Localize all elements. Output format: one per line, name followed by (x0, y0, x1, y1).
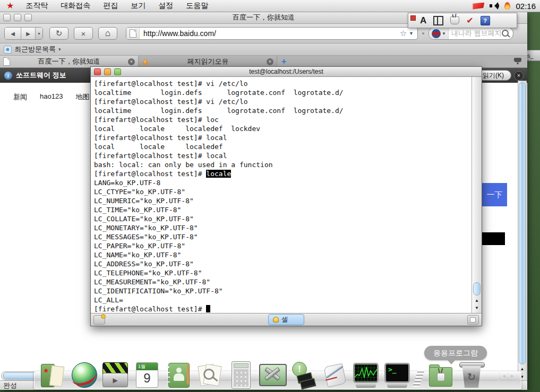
stop-button[interactable]: × (74, 27, 93, 40)
dock-item-system-monitor-icon[interactable] (352, 360, 380, 389)
tab-page-icon (3, 57, 10, 66)
dock-tooltip: 응용프로그람 (424, 346, 487, 360)
terminal-tab-label: 셀 (281, 315, 288, 324)
scroll-down-icon[interactable]: ▼ (472, 304, 482, 312)
tab-close-icon[interactable]: × (267, 58, 273, 65)
dock-item-file-manager-icon[interactable]: ★ (38, 360, 67, 389)
font-tool-icon[interactable]: A (420, 15, 426, 26)
dock-item-web-browser-icon[interactable] (70, 360, 98, 389)
terminal-line: LC_NAME="ko_KP.UTF-8" (94, 250, 472, 259)
dock-item-document-viewer-icon[interactable] (195, 360, 224, 389)
bookmarks-caret-icon: ▾ (58, 47, 61, 52)
terminal-tabbar: 셀 (91, 313, 482, 326)
terminal-line: local locale localedef lockdev (94, 124, 472, 133)
search-engine-globe-icon (432, 29, 441, 38)
back-button[interactable]: ◀ (5, 28, 21, 39)
terminal-line: LC_PAPER="ko_KP.UTF-8" (94, 241, 472, 250)
terminal-shell-tab[interactable]: 셀 (268, 314, 304, 325)
bookmark-star-icon[interactable]: ☆ (400, 29, 409, 38)
help-tool-icon[interactable]: ? (481, 16, 490, 25)
dock-item-address-book-icon[interactable] (164, 360, 192, 389)
terminal-line: local locale localedef (94, 142, 472, 151)
redstar-logo-icon[interactable]: ★ (0, 1, 19, 11)
terminal-session-icon[interactable] (93, 315, 105, 325)
history-dropdown-icon[interactable]: ▾ (36, 28, 42, 39)
terminal-line: LC_MONETARY="ko_KP.UTF-8" (94, 223, 472, 232)
home-button[interactable]: ⌂ (98, 27, 117, 40)
terminal-line: bash: local: can only be used in a funct… (94, 160, 472, 169)
dock-item-system-tools-icon[interactable] (258, 360, 286, 389)
tab-error-page[interactable]: 페지읽기오유 × (139, 56, 277, 67)
bookmarks-folder-icon (4, 46, 12, 54)
terminal-line: LC_IDENTIFICATION="ko_KP.UTF-8" (94, 286, 472, 295)
palette-close-button[interactable] (410, 15, 416, 21)
page-link[interactable]: 地图 (75, 92, 89, 102)
scrollbar-thumb[interactable] (473, 282, 481, 295)
menu-item[interactable]: 조작탁 (19, 1, 54, 11)
terminal-line: [firefart@localhost test]# (94, 304, 472, 313)
url-bar[interactable]: http://www.baidu.com/ ☆ ▼ (126, 27, 418, 40)
clock: 02:16 (516, 2, 536, 11)
pen-cup-tool-icon[interactable] (450, 16, 459, 24)
dock-item-calculator-icon[interactable] (226, 360, 255, 389)
dock-item-calendar-icon[interactable]: 1월9 (132, 360, 161, 389)
search-icon[interactable] (502, 30, 509, 37)
menu-item[interactable]: 편집 (97, 1, 124, 11)
dock-item-text-editor-icon[interactable] (320, 360, 349, 389)
menu-item[interactable]: 도움말 (179, 1, 215, 11)
forward-button[interactable]: ▶ (21, 28, 36, 39)
browser-vertical-scrollbar[interactable]: ▲ ▼ (518, 81, 527, 382)
menu-item[interactable]: 설정 (152, 1, 179, 11)
dock-item-system-info-icon[interactable]: ! (289, 360, 318, 389)
flag-icon[interactable] (473, 3, 484, 10)
baidu-search-button-fragment[interactable]: 一下 (482, 183, 507, 206)
tab-list-button[interactable]: ▾ (508, 56, 527, 67)
dock-item-trash-icon[interactable]: ↻ (457, 360, 486, 389)
terminal-line: LC_TIME="ko_KP.UTF-8" (94, 205, 472, 214)
dock-item-media-player-icon[interactable]: ▶ (101, 360, 130, 389)
scroll-up-icon[interactable]: ▲ (472, 297, 482, 304)
terminal-line: LC_ALL= (94, 295, 472, 304)
page-icon (126, 28, 140, 39)
notification-close-button[interactable]: × (514, 71, 524, 81)
menubar-menus: 조작탁대화접속편집보기설정도움말 (19, 1, 215, 11)
tab-baidu[interactable]: 百度一下，你就知道 × (0, 56, 139, 67)
terminal-line: [firefart@localhost test]# loc (94, 115, 472, 124)
dock-item-applications-icon[interactable] (426, 360, 455, 389)
desktop: ★ 조작탁대화접속편집보기설정도움말 02:16 百度一下，你就知道 ◀ ▶ ▾… (0, 0, 540, 392)
terminal-line: [firefart@localhost test]# local (94, 133, 472, 142)
tab-close-icon[interactable]: × (128, 58, 135, 65)
page-link[interactable]: hao123 (40, 92, 63, 102)
check-tool-icon[interactable]: ✔ (466, 15, 473, 25)
terminal-line: LC_TELEPHONE="ko_KP.UTF-8" (94, 268, 472, 277)
volume-icon[interactable] (490, 2, 499, 10)
search-box[interactable]: ▼ 내나라 웹브페지검 (428, 27, 513, 40)
scrollbar-thumb[interactable] (519, 82, 526, 364)
terminal-scrollbar[interactable]: ▲ ▼ (472, 77, 482, 313)
new-tab-button[interactable]: + (277, 57, 290, 66)
dock-item-terminal-icon[interactable]: >_ (383, 360, 412, 389)
tab-title: 페지읽기오유 (149, 57, 267, 66)
flame-icon[interactable] (504, 2, 510, 10)
terminal-line: LC_CTYPE="ko_KP.UTF-8" (94, 187, 472, 196)
terminal-titlebar[interactable]: test@localhost:/Users/test (91, 67, 482, 77)
terminal-line: LC_MESSAGES="ko_KP.UTF-8" (94, 232, 472, 241)
search-engine-selector[interactable]: ▼ (429, 28, 449, 39)
columns-tool-icon[interactable] (433, 16, 443, 25)
terminal-line: [firefart@localhost test]# vi /etc/lo (94, 79, 472, 88)
page-link[interactable]: 新闻 (13, 92, 27, 102)
menu-item[interactable]: 보기 (124, 1, 152, 11)
url-text[interactable]: http://www.baidu.com/ (140, 29, 400, 38)
terminal-edit-icon[interactable] (467, 315, 479, 325)
recent-visits-menu[interactable]: 최근방문목록 (14, 45, 56, 54)
menu-item[interactable]: 대화접속 (54, 1, 97, 11)
terminal-line: [firefart@localhost test]# vi /etc/lo (94, 97, 472, 106)
url-dropdown-icon[interactable]: ▼ (409, 31, 417, 36)
reload-button[interactable]: ↻ (49, 27, 68, 40)
terminal-output[interactable]: [firefart@localhost test]# vi /etc/loloc… (91, 77, 472, 313)
bookmarks-toolbar: 최근방문목록 ▾ (0, 43, 527, 56)
terminal-line: LANG=ko_KP.UTF-8 (94, 178, 472, 187)
system-menubar: ★ 조작탁대화접속편집보기설정도움말 02:16 (0, 0, 540, 12)
search-placeholder[interactable]: 내나라 웹브페지검 (449, 29, 501, 38)
terminal-line: localtime login.defs logrotate.conf logr… (94, 88, 472, 97)
